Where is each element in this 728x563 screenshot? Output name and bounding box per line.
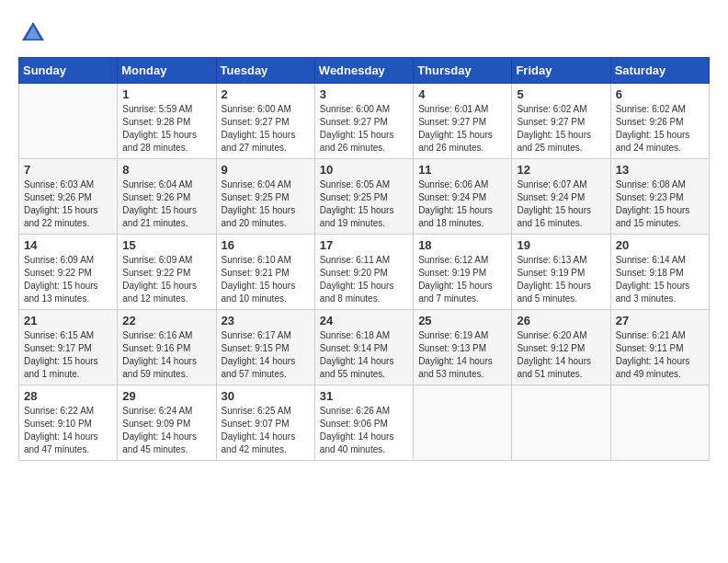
day-info: Sunrise: 6:16 AM Sunset: 9:16 PM Dayligh… bbox=[122, 329, 210, 381]
day-number: 7 bbox=[24, 163, 112, 177]
header-tuesday: Tuesday bbox=[216, 58, 314, 84]
day-info: Sunrise: 6:01 AM Sunset: 9:27 PM Dayligh… bbox=[418, 103, 506, 155]
calendar-cell: 25Sunrise: 6:19 AM Sunset: 9:13 PM Dayli… bbox=[414, 310, 512, 385]
day-info: Sunrise: 6:24 AM Sunset: 9:09 PM Dayligh… bbox=[122, 405, 210, 456]
day-number: 9 bbox=[222, 163, 310, 177]
calendar-cell: 13Sunrise: 6:08 AM Sunset: 9:23 PM Dayli… bbox=[610, 159, 709, 235]
header-saturday: Saturday bbox=[610, 58, 709, 84]
day-number: 17 bbox=[320, 238, 408, 252]
calendar-cell: 15Sunrise: 6:09 AM Sunset: 9:22 PM Dayli… bbox=[118, 235, 216, 310]
day-info: Sunrise: 6:06 AM Sunset: 9:24 PM Dayligh… bbox=[418, 178, 506, 230]
day-number: 11 bbox=[418, 163, 506, 177]
calendar-cell: 11Sunrise: 6:06 AM Sunset: 9:24 PM Dayli… bbox=[414, 159, 512, 235]
day-info: Sunrise: 6:19 AM Sunset: 9:13 PM Dayligh… bbox=[418, 329, 506, 381]
day-info: Sunrise: 6:11 AM Sunset: 9:20 PM Dayligh… bbox=[320, 254, 408, 305]
day-info: Sunrise: 6:18 AM Sunset: 9:14 PM Dayligh… bbox=[320, 329, 408, 381]
calendar-cell: 4Sunrise: 6:01 AM Sunset: 9:27 PM Daylig… bbox=[414, 84, 512, 159]
calendar-week-row: 28Sunrise: 6:22 AM Sunset: 9:10 PM Dayli… bbox=[19, 385, 710, 461]
calendar-cell: 21Sunrise: 6:15 AM Sunset: 9:17 PM Dayli… bbox=[19, 310, 118, 385]
day-info: Sunrise: 6:14 AM Sunset: 9:18 PM Dayligh… bbox=[616, 254, 704, 305]
calendar-cell: 22Sunrise: 6:16 AM Sunset: 9:16 PM Dayli… bbox=[118, 310, 216, 385]
day-info: Sunrise: 6:26 AM Sunset: 9:06 PM Dayligh… bbox=[320, 405, 408, 456]
calendar-cell: 28Sunrise: 6:22 AM Sunset: 9:10 PM Dayli… bbox=[19, 385, 118, 461]
day-number: 28 bbox=[24, 389, 112, 403]
calendar-header-row: SundayMondayTuesdayWednesdayThursdayFrid… bbox=[19, 58, 710, 84]
day-info: Sunrise: 6:02 AM Sunset: 9:27 PM Dayligh… bbox=[517, 103, 605, 155]
day-number: 15 bbox=[122, 238, 210, 252]
day-number: 13 bbox=[616, 163, 704, 177]
calendar-cell: 26Sunrise: 6:20 AM Sunset: 9:12 PM Dayli… bbox=[512, 310, 610, 385]
header-wednesday: Wednesday bbox=[314, 58, 413, 84]
header-monday: Monday bbox=[118, 58, 216, 84]
day-info: Sunrise: 6:10 AM Sunset: 9:21 PM Dayligh… bbox=[222, 254, 310, 305]
calendar-cell: 6Sunrise: 6:02 AM Sunset: 9:26 PM Daylig… bbox=[610, 84, 709, 159]
calendar-cell: 3Sunrise: 6:00 AM Sunset: 9:27 PM Daylig… bbox=[314, 84, 413, 159]
calendar-cell: 14Sunrise: 6:09 AM Sunset: 9:22 PM Dayli… bbox=[19, 235, 118, 310]
day-info: Sunrise: 6:04 AM Sunset: 9:25 PM Dayligh… bbox=[222, 178, 310, 230]
calendar-cell: 23Sunrise: 6:17 AM Sunset: 9:15 PM Dayli… bbox=[216, 310, 314, 385]
day-info: Sunrise: 6:20 AM Sunset: 9:12 PM Dayligh… bbox=[517, 329, 605, 381]
day-number: 30 bbox=[222, 389, 310, 403]
day-info: Sunrise: 6:09 AM Sunset: 9:22 PM Dayligh… bbox=[24, 254, 112, 305]
calendar-cell bbox=[512, 385, 610, 461]
calendar-cell: 12Sunrise: 6:07 AM Sunset: 9:24 PM Dayli… bbox=[512, 159, 610, 235]
day-info: Sunrise: 6:02 AM Sunset: 9:26 PM Dayligh… bbox=[616, 103, 704, 155]
day-number: 5 bbox=[517, 87, 605, 101]
day-info: Sunrise: 6:17 AM Sunset: 9:15 PM Dayligh… bbox=[222, 329, 310, 381]
calendar-cell bbox=[414, 385, 512, 461]
day-number: 16 bbox=[222, 238, 310, 252]
calendar-cell: 2Sunrise: 6:00 AM Sunset: 9:27 PM Daylig… bbox=[216, 84, 314, 159]
calendar-week-row: 21Sunrise: 6:15 AM Sunset: 9:17 PM Dayli… bbox=[19, 310, 710, 385]
calendar-cell: 5Sunrise: 6:02 AM Sunset: 9:27 PM Daylig… bbox=[512, 84, 610, 159]
calendar-cell bbox=[19, 84, 118, 159]
calendar-cell: 16Sunrise: 6:10 AM Sunset: 9:21 PM Dayli… bbox=[216, 235, 314, 310]
calendar-cell: 10Sunrise: 6:05 AM Sunset: 9:25 PM Dayli… bbox=[314, 159, 413, 235]
day-number: 24 bbox=[320, 314, 408, 327]
day-info: Sunrise: 6:12 AM Sunset: 9:19 PM Dayligh… bbox=[418, 254, 506, 305]
day-info: Sunrise: 5:59 AM Sunset: 9:28 PM Dayligh… bbox=[122, 103, 210, 155]
day-info: Sunrise: 6:09 AM Sunset: 9:22 PM Dayligh… bbox=[122, 254, 210, 305]
calendar-cell: 8Sunrise: 6:04 AM Sunset: 9:26 PM Daylig… bbox=[118, 159, 216, 235]
day-number: 3 bbox=[320, 87, 408, 101]
calendar-cell: 1Sunrise: 5:59 AM Sunset: 9:28 PM Daylig… bbox=[118, 84, 216, 159]
day-number: 19 bbox=[517, 238, 605, 252]
day-info: Sunrise: 6:08 AM Sunset: 9:23 PM Dayligh… bbox=[616, 178, 704, 230]
day-number: 27 bbox=[616, 314, 704, 327]
calendar-cell: 27Sunrise: 6:21 AM Sunset: 9:11 PM Dayli… bbox=[610, 310, 709, 385]
day-number: 14 bbox=[24, 238, 112, 252]
calendar-cell: 9Sunrise: 6:04 AM Sunset: 9:25 PM Daylig… bbox=[216, 159, 314, 235]
day-number: 8 bbox=[122, 163, 210, 177]
day-number: 25 bbox=[418, 314, 506, 327]
day-number: 6 bbox=[616, 87, 704, 101]
day-number: 4 bbox=[418, 87, 506, 101]
day-info: Sunrise: 6:21 AM Sunset: 9:11 PM Dayligh… bbox=[616, 329, 704, 381]
day-number: 31 bbox=[320, 389, 408, 403]
header-thursday: Thursday bbox=[414, 58, 512, 84]
logo bbox=[18, 18, 51, 48]
day-number: 2 bbox=[222, 87, 310, 101]
day-number: 29 bbox=[122, 389, 210, 403]
day-number: 20 bbox=[616, 238, 704, 252]
day-number: 26 bbox=[517, 314, 605, 327]
day-info: Sunrise: 6:00 AM Sunset: 9:27 PM Dayligh… bbox=[320, 103, 408, 155]
calendar-cell: 24Sunrise: 6:18 AM Sunset: 9:14 PM Dayli… bbox=[314, 310, 413, 385]
day-info: Sunrise: 6:15 AM Sunset: 9:17 PM Dayligh… bbox=[24, 329, 112, 381]
day-info: Sunrise: 6:03 AM Sunset: 9:26 PM Dayligh… bbox=[24, 178, 112, 230]
day-info: Sunrise: 6:25 AM Sunset: 9:07 PM Dayligh… bbox=[222, 405, 310, 456]
day-number: 21 bbox=[24, 314, 112, 327]
day-info: Sunrise: 6:04 AM Sunset: 9:26 PM Dayligh… bbox=[122, 178, 210, 230]
calendar-cell: 30Sunrise: 6:25 AM Sunset: 9:07 PM Dayli… bbox=[216, 385, 314, 461]
calendar-week-row: 7Sunrise: 6:03 AM Sunset: 9:26 PM Daylig… bbox=[19, 159, 710, 235]
day-number: 23 bbox=[222, 314, 310, 327]
day-number: 12 bbox=[517, 163, 605, 177]
header-friday: Friday bbox=[512, 58, 610, 84]
day-number: 22 bbox=[122, 314, 210, 327]
calendar-cell bbox=[610, 385, 709, 461]
logo-icon bbox=[18, 18, 48, 48]
day-number: 18 bbox=[418, 238, 506, 252]
calendar-week-row: 1Sunrise: 5:59 AM Sunset: 9:28 PM Daylig… bbox=[19, 84, 710, 159]
page-header bbox=[18, 18, 710, 48]
calendar-cell: 20Sunrise: 6:14 AM Sunset: 9:18 PM Dayli… bbox=[610, 235, 709, 310]
day-info: Sunrise: 6:07 AM Sunset: 9:24 PM Dayligh… bbox=[517, 178, 605, 230]
calendar-cell: 19Sunrise: 6:13 AM Sunset: 9:19 PM Dayli… bbox=[512, 235, 610, 310]
